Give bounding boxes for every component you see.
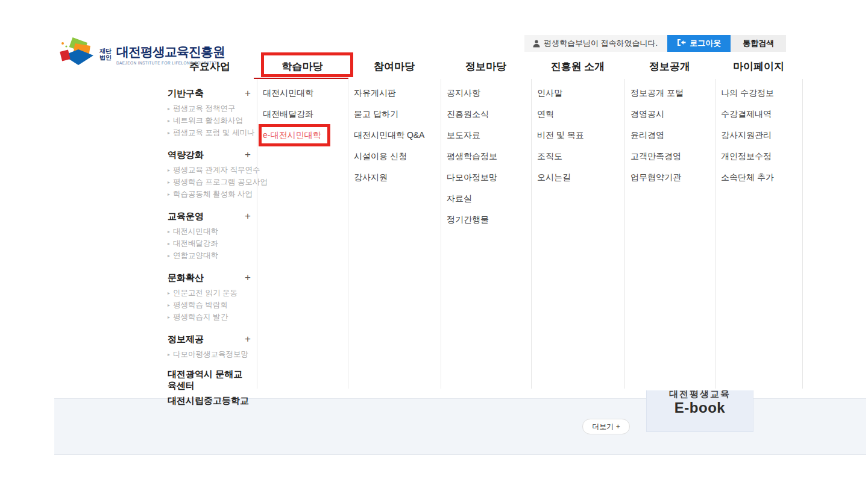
- menu-link[interactable]: 공지사항: [447, 83, 531, 104]
- arrow-bullet-icon: ▸: [168, 229, 170, 234]
- menu-right-divider: [802, 79, 803, 389]
- arrow-bullet-icon: ▸: [168, 290, 170, 296]
- menu-extra-link[interactable]: 대전시립중고등학교: [168, 390, 251, 411]
- nav-label: 마이페이지: [733, 60, 784, 74]
- menu-link[interactable]: 인사말: [537, 83, 624, 104]
- menu-link[interactable]: 윤리경영: [631, 125, 715, 146]
- nav-label: 참여마당: [374, 60, 415, 74]
- menu-group-title[interactable]: 문화확산: [168, 272, 204, 284]
- menu-sub-link[interactable]: ▸평생학습 박람회: [168, 299, 251, 311]
- menu-link[interactable]: 정기간행물: [447, 209, 531, 230]
- menu-link[interactable]: 경영공시: [631, 104, 715, 125]
- menu-link[interactable]: 대전시민대학 Q&A: [354, 125, 441, 146]
- sub-link-label: 평생교육 관계자 직무연수: [173, 165, 260, 175]
- nav-item-learning[interactable]: 학습마당: [257, 54, 348, 79]
- menu-group-information: 정보제공 + ▸다모아평생교육정보망: [168, 333, 251, 360]
- menu-link[interactable]: 다모아정보망: [447, 167, 531, 188]
- megamenu-col-about: 인사말 연혁 비전 및 목표 조직도 오시는길: [531, 79, 624, 389]
- menu-link[interactable]: 고객만족경영: [631, 146, 715, 167]
- menu-link[interactable]: 대전배달강좌: [263, 104, 348, 125]
- sub-link-label: 다모아평생교육정보망: [173, 349, 248, 360]
- menu-sub-link[interactable]: ▸대전배달강좌: [168, 237, 251, 249]
- megamenu-col-mypage: 나의 수강정보 수강결제내역 강사지원관리 개인정보수정 소속단체 추가: [715, 79, 802, 389]
- more-button[interactable]: 더보기 +: [582, 419, 630, 434]
- menu-group-education: 교육운영 + ▸대전시민대학 ▸대전배달강좌 ▸연합교양대학: [168, 210, 251, 261]
- menu-link[interactable]: 강사지원: [354, 167, 441, 188]
- arrow-bullet-icon: ▸: [168, 167, 170, 173]
- login-status: 평생학습부님이 접속하였습니다.: [524, 35, 667, 52]
- menu-sub-link[interactable]: ▸인문고전 읽기 운동: [168, 287, 251, 299]
- menu-link[interactable]: 보도자료: [447, 125, 531, 146]
- nav-item-projects[interactable]: 주요사업: [163, 54, 257, 79]
- menu-link[interactable]: 진흥원소식: [447, 104, 531, 125]
- menu-group-title[interactable]: 교육운영: [168, 211, 204, 222]
- logout-button[interactable]: 로그아웃: [667, 35, 731, 52]
- menu-sub-link[interactable]: ▸다모아평생교육정보망: [168, 348, 251, 360]
- ebook-label: E-book: [647, 399, 753, 416]
- menu-link-e-citizen-univ[interactable]: e-대전시민대학: [263, 125, 348, 146]
- nav-label: 주요사업: [189, 60, 230, 74]
- arrow-bullet-icon: ▸: [168, 352, 170, 357]
- menu-link[interactable]: 나의 수강정보: [721, 83, 802, 104]
- menu-group-title[interactable]: 기반구축: [168, 88, 204, 99]
- logout-icon: [677, 39, 686, 48]
- global-search-label: 통합검색: [743, 38, 774, 49]
- plus-icon[interactable]: +: [245, 87, 251, 99]
- menu-sub-link[interactable]: ▸평생학습 프로그램 공모사업: [168, 176, 251, 188]
- nav-item-about[interactable]: 진흥원 소개: [531, 54, 624, 79]
- menu-link[interactable]: 비전 및 목표: [537, 125, 624, 146]
- plus-icon[interactable]: +: [245, 333, 251, 345]
- menu-sub-link[interactable]: ▸연합교양대학: [168, 249, 251, 261]
- menu-group-culture: 문화확산 + ▸인문고전 읽기 운동 ▸평생학습 박람회 ▸평생학습지 발간: [168, 271, 251, 323]
- nav-item-mypage[interactable]: 마이페이지: [715, 54, 802, 79]
- menu-sub-link[interactable]: ▸학습공동체 활성화 사업: [168, 188, 251, 200]
- plus-icon[interactable]: +: [245, 272, 251, 284]
- ebook-banner[interactable]: 대전평생교육 E-book: [646, 386, 753, 432]
- menu-link[interactable]: 조직도: [537, 146, 624, 167]
- plus-icon[interactable]: +: [245, 149, 251, 161]
- megamenu-col-projects: 기반구축 + ▸평생교육 정책연구 ▸네트워크 활성화사업 ▸평생교육 포럼 및…: [163, 79, 257, 389]
- nav-label: 정보공개: [649, 60, 690, 74]
- menu-link[interactable]: 시설이용 신청: [354, 146, 441, 167]
- nav-item-info-plaza[interactable]: 정보마당: [441, 54, 531, 79]
- logo-prefix: 재단법인: [99, 48, 114, 61]
- menu-sub-link[interactable]: ▸평생교육 관계자 직무연수: [168, 164, 251, 176]
- sub-link-label: 네트워크 활성화사업: [173, 116, 243, 126]
- menu-link[interactable]: 정보공개 포털: [631, 83, 715, 104]
- menu-group-title[interactable]: 정보제공: [168, 334, 204, 345]
- arrow-bullet-icon: ▸: [168, 241, 170, 246]
- sub-link-label: 평생교육 정책연구: [173, 104, 235, 114]
- menu-link[interactable]: 강사지원관리: [721, 125, 802, 146]
- menu-sub-link[interactable]: ▸평생교육 정책연구: [168, 102, 251, 114]
- menu-link[interactable]: 묻고 답하기: [354, 104, 441, 125]
- user-icon: [533, 40, 540, 48]
- menu-link[interactable]: 수강결제내역: [721, 104, 802, 125]
- arrow-bullet-icon: ▸: [168, 130, 170, 136]
- menu-sub-link[interactable]: ▸네트워크 활성화사업: [168, 114, 251, 127]
- menu-link[interactable]: 오시는길: [537, 167, 624, 188]
- nav-item-participation[interactable]: 참여마당: [348, 54, 441, 79]
- sub-link-label: 대전배달강좌: [173, 239, 218, 249]
- nav-item-disclosure[interactable]: 정보공개: [624, 54, 715, 79]
- menu-link[interactable]: 대전시민대학: [263, 83, 348, 104]
- menu-link[interactable]: 자료실: [447, 188, 531, 209]
- menu-link[interactable]: 평생학습정보: [447, 146, 531, 167]
- menu-sub-link[interactable]: ▸평생교육 포럼 및 세미나: [168, 127, 251, 139]
- global-search-button[interactable]: 통합검색: [731, 35, 786, 52]
- menu-sub-link[interactable]: ▸평생학습지 발간: [168, 311, 251, 323]
- menu-link[interactable]: 개인정보수정: [721, 146, 802, 167]
- nav-label: 정보마당: [465, 60, 506, 74]
- menu-link[interactable]: 자유게시판: [354, 83, 441, 104]
- menu-link[interactable]: 연혁: [537, 104, 624, 125]
- menu-group-title[interactable]: 역량강화: [168, 149, 204, 161]
- menu-extra-link[interactable]: 대전광역시 문해교육센터: [168, 370, 251, 390]
- arrow-bullet-icon: ▸: [168, 253, 170, 258]
- megamenu-col-disclosure: 정보공개 포털 경영공시 윤리경영 고객만족경영 업무협약기관: [624, 79, 715, 389]
- menu-sub-link[interactable]: ▸대전시민대학: [168, 225, 251, 237]
- menu-link[interactable]: 업무협약기관: [631, 167, 715, 188]
- plus-icon[interactable]: +: [245, 210, 251, 222]
- menu-link[interactable]: 소속단체 추가: [721, 167, 802, 188]
- arrow-bullet-icon: ▸: [168, 192, 170, 197]
- sub-link-label: 대전시민대학: [173, 227, 218, 237]
- logout-label: 로그아웃: [690, 38, 721, 49]
